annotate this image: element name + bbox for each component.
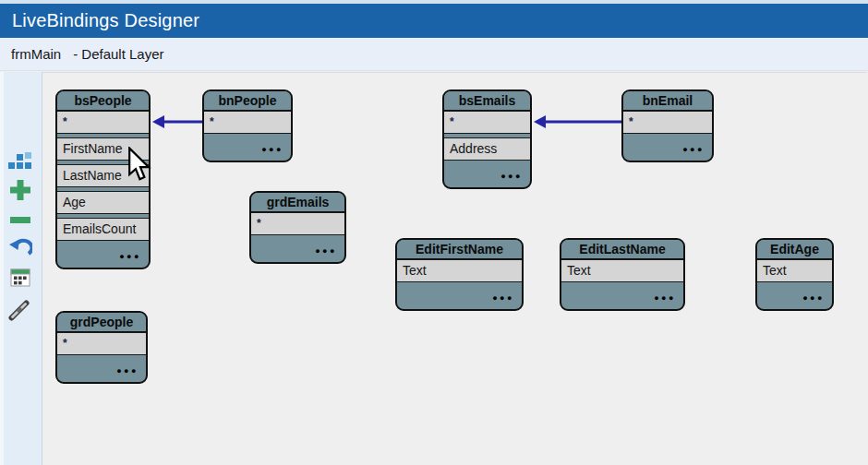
node-grdEmails[interactable]: grdEmails*●●● bbox=[249, 191, 346, 264]
node-footer[interactable]: ●●● bbox=[623, 137, 712, 161]
node-row-LastName[interactable]: LastName bbox=[57, 164, 149, 187]
datasheet-button[interactable] bbox=[5, 265, 36, 291]
minus-icon bbox=[8, 208, 32, 232]
more-dots-icon[interactable]: ●●● bbox=[116, 366, 139, 376]
more-dots-icon[interactable]: ●●● bbox=[492, 293, 514, 303]
more-dots-icon[interactable]: ●●● bbox=[315, 246, 337, 256]
node-row-star[interactable]: * bbox=[57, 332, 146, 355]
node-row-star[interactable]: * bbox=[623, 111, 712, 134]
node-title[interactable]: bsEmails bbox=[444, 91, 530, 111]
node-title[interactable]: bnEmail bbox=[623, 91, 712, 111]
node-EditFirstName[interactable]: EditFirstNameText●●● bbox=[395, 238, 524, 311]
livebindings-designer-window: LiveBindings Designer frmMain - Default … bbox=[0, 0, 868, 465]
node-title[interactable]: EditAge bbox=[757, 240, 832, 259]
grid-icon bbox=[8, 266, 32, 290]
more-dots-icon[interactable]: ●●● bbox=[802, 293, 825, 303]
node-row-star[interactable]: * bbox=[251, 212, 344, 235]
node-footer[interactable]: ●●● bbox=[561, 286, 683, 309]
more-dots-icon[interactable]: ●●● bbox=[500, 172, 523, 181]
node-footer[interactable]: ●●● bbox=[57, 359, 146, 382]
context-bar: frmMain - Default Layer bbox=[0, 38, 868, 71]
node-grdPeople[interactable]: grdPeople*●●● bbox=[55, 311, 148, 384]
undo-button[interactable] bbox=[5, 236, 36, 262]
node-title[interactable]: EditFirstName bbox=[397, 240, 522, 259]
more-dots-icon[interactable]: ●●● bbox=[654, 293, 676, 303]
add-binding-button[interactable] bbox=[5, 177, 36, 203]
more-dots-icon[interactable]: ●●● bbox=[261, 145, 283, 154]
node-footer[interactable]: ●●● bbox=[397, 286, 522, 309]
more-dots-icon[interactable]: ●●● bbox=[682, 145, 705, 154]
node-title[interactable]: EditLastName bbox=[561, 240, 683, 259]
layer-label: - Default Layer bbox=[73, 46, 163, 62]
wand-icon bbox=[8, 297, 32, 321]
node-row-Text[interactable]: Text bbox=[397, 259, 522, 282]
node-EditAge[interactable]: EditAgeText●●● bbox=[755, 238, 834, 311]
more-dots-icon[interactable]: ●●● bbox=[119, 252, 141, 261]
node-footer[interactable]: ●●● bbox=[57, 244, 149, 268]
node-EditLastName[interactable]: EditLastNameText●●● bbox=[560, 238, 685, 311]
form-name-label: frmMain bbox=[11, 46, 61, 62]
node-row-star[interactable]: * bbox=[57, 111, 149, 134]
node-title[interactable]: bnPeople bbox=[204, 91, 291, 111]
node-row-FirstName[interactable]: FirstName bbox=[57, 137, 149, 161]
window-title: LiveBindings Designer bbox=[0, 10, 199, 31]
node-row-Text[interactable]: Text bbox=[561, 259, 683, 282]
title-bar: LiveBindings Designer bbox=[0, 4, 868, 38]
node-footer[interactable]: ●●● bbox=[757, 286, 832, 309]
node-footer[interactable]: ●●● bbox=[204, 137, 291, 161]
node-row-EmailsCount[interactable]: EmailsCount bbox=[57, 218, 149, 241]
bindings-blocks-button[interactable] bbox=[5, 150, 36, 176]
node-row-Address[interactable]: Address bbox=[444, 137, 530, 161]
node-footer[interactable]: ●●● bbox=[251, 239, 344, 262]
node-bsPeople[interactable]: bsPeople*FirstNameLastNameAgeEmailsCount… bbox=[55, 89, 151, 269]
node-bsEmails[interactable]: bsEmails*Address●●● bbox=[442, 89, 532, 189]
node-title[interactable]: grdPeople bbox=[57, 313, 146, 332]
wand-button[interactable] bbox=[5, 296, 36, 322]
node-title[interactable]: grdEmails bbox=[251, 193, 344, 212]
remove-binding-button[interactable] bbox=[5, 207, 36, 232]
node-row-Text[interactable]: Text bbox=[757, 259, 832, 282]
plus-icon bbox=[8, 178, 32, 202]
node-bnPeople[interactable]: bnPeople*●●● bbox=[202, 89, 293, 162]
designer-toolbar bbox=[0, 72, 42, 465]
node-title[interactable]: bsPeople bbox=[57, 91, 149, 111]
node-row-Age[interactable]: Age bbox=[57, 191, 149, 214]
node-row-star[interactable]: * bbox=[444, 111, 530, 134]
node-row-star[interactable]: * bbox=[204, 111, 291, 134]
node-bnEmail[interactable]: bnEmail*●●● bbox=[621, 89, 714, 162]
undo-icon bbox=[8, 237, 32, 261]
node-footer[interactable]: ●●● bbox=[444, 164, 530, 187]
blocks-icon bbox=[8, 151, 32, 175]
